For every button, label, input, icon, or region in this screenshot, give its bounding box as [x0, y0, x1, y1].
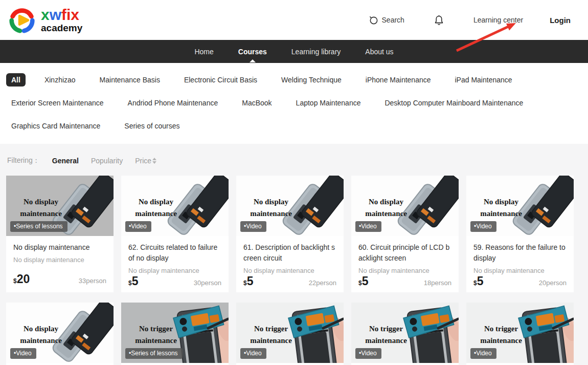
course-card[interactable]: No display maintenance •Video 61. Descri…	[236, 176, 344, 292]
logo-text: xwfix academy	[41, 7, 82, 33]
logo[interactable]: xwfix academy	[7, 5, 82, 35]
course-thumbnail: No display maintenance •Video	[236, 176, 344, 236]
search-label: Search	[382, 16, 404, 24]
tag-iphone-maintenance[interactable]: iPhone Maintenance	[360, 73, 436, 87]
course-card[interactable]: No display maintenance •Video 58. No dis…	[6, 303, 114, 365]
tag-laptop-maintenance[interactable]: Laptop Maintenance	[291, 96, 366, 110]
currency-symbol: $	[473, 280, 477, 287]
course-thumbnail: No display maintenance •Series of lesson…	[6, 176, 114, 236]
nav-item-courses[interactable]: Courses	[237, 41, 268, 62]
course-title: 59. Reasons for the failure to display	[473, 242, 567, 264]
tag-series-of-courses[interactable]: Series of courses	[119, 119, 185, 133]
course-card[interactable]: No display maintenance •Series of lesson…	[6, 176, 114, 292]
thumbnail-caption: No display maintenance	[8, 323, 74, 347]
course-subtitle: No display maintenance	[128, 267, 221, 274]
course-info: 55. Maintenance for no trigger faults 2	[466, 363, 574, 365]
tag-maintenance-basis[interactable]: Maintenance Basis	[95, 73, 165, 87]
tag-all[interactable]: All	[6, 73, 26, 87]
course-section: Filtering： GeneralPopularityPrice No dis…	[0, 144, 588, 365]
course-type-badge: •Video	[240, 348, 266, 359]
search-button[interactable]: Search	[369, 15, 404, 25]
course-thumbnail: No trigger maintenance •Video	[466, 303, 574, 363]
thumbnail-caption: No trigger maintenance	[238, 323, 304, 347]
course-card[interactable]: No display maintenance •Video 59. Reason…	[466, 176, 574, 292]
tag-graphics-card-maintenance[interactable]: Graphics Card Maintenance	[6, 119, 105, 133]
course-thumbnail: No trigger maintenance •Series of lesson…	[121, 303, 229, 363]
price-row: $ 20 33person	[13, 272, 106, 286]
enrolled-count: 20person	[539, 279, 567, 287]
tag-xinzhizao[interactable]: Xinzhizao	[39, 73, 81, 87]
tag-desktop-computer-mainboard-maintenance[interactable]: Desktop Computer Mainboard Maintenance	[379, 96, 528, 110]
thumbnail-caption: No trigger maintenance	[353, 323, 419, 347]
course-type-badge: •Series of lessons	[10, 221, 67, 232]
course-info: 58. No display fault No display maintena…	[6, 363, 114, 365]
course-card[interactable]: No display maintenance •Video 60. Circui…	[351, 176, 459, 292]
sort-price[interactable]: Price	[135, 157, 156, 165]
course-info: No display maintenance No display mainte…	[6, 236, 114, 292]
course-card[interactable]: No trigger maintenance •Video 56. Mainte…	[351, 303, 459, 365]
course-card[interactable]: No display maintenance •Video 62. Circui…	[121, 176, 229, 292]
course-price: 5	[132, 274, 139, 288]
thumbnail-caption: No trigger maintenance	[123, 323, 189, 347]
course-thumbnail: No display maintenance •Video	[466, 176, 574, 236]
notifications-button[interactable]	[434, 15, 444, 26]
course-thumbnail: No display maintenance •Video	[351, 176, 459, 236]
course-title: 60. Circuit principle of LCD backlight s…	[358, 242, 451, 264]
enrolled-count: 22person	[309, 279, 336, 287]
price-row: $ 5 20person	[473, 274, 567, 288]
course-type-badge: •Video	[355, 221, 381, 232]
course-info: 57. Maintenance for no trigger faults 4	[236, 363, 344, 365]
course-info: 56. Maintenance for no trigger faults 3	[351, 363, 459, 365]
course-info: 60. Circuit principle of LCD backlight s…	[351, 236, 459, 292]
course-price: 5	[362, 274, 369, 288]
main-nav: HomeCoursesLearning libraryAbout us	[0, 40, 588, 63]
sort-popularity[interactable]: Popularity	[91, 157, 123, 165]
tag-ipad-maintenance[interactable]: iPad Maintenance	[450, 73, 517, 87]
brand-name: xwfix	[41, 7, 82, 23]
enrolled-count: 30person	[194, 279, 221, 287]
course-type-badge: •Video	[10, 348, 36, 359]
course-title: No display maintenance	[13, 242, 106, 253]
course-card[interactable]: No trigger maintenance •Video 57. Mainte…	[236, 303, 344, 365]
filtering-label: Filtering：	[7, 156, 40, 165]
course-type-badge: •Video	[355, 348, 381, 359]
nav-item-learning-library[interactable]: Learning library	[290, 41, 342, 62]
course-price: 5	[247, 274, 254, 288]
course-type-badge: •Video	[470, 221, 496, 232]
logo-icon	[7, 5, 37, 35]
currency-symbol: $	[13, 277, 17, 285]
course-price: 20	[17, 272, 30, 286]
enrolled-count: 33person	[79, 277, 106, 285]
tag-welding-technique[interactable]: Welding Technique	[276, 73, 347, 87]
currency-symbol: $	[358, 280, 362, 287]
course-type-badge: •Video	[240, 221, 266, 232]
price-sort-arrows-icon	[152, 158, 156, 164]
course-title: 61. Description of backlight screen circ…	[243, 242, 336, 264]
sort-general[interactable]: General	[52, 157, 79, 165]
course-card[interactable]: No trigger maintenance •Video 55. Mainte…	[466, 303, 574, 365]
tag-andriod-phone-maintenance[interactable]: Andriod Phone Maintenance	[123, 96, 223, 110]
tag-electronic-circuit-basis[interactable]: Electronic Circuit Basis	[179, 73, 262, 87]
course-subtitle: No display maintenance	[243, 267, 336, 274]
nav-item-about-us[interactable]: About us	[364, 41, 394, 62]
course-grid: No display maintenance •Series of lesson…	[6, 176, 580, 365]
course-info: 62. Circuits related to failure of no di…	[121, 236, 229, 292]
nav-item-home[interactable]: Home	[193, 41, 214, 62]
login-button[interactable]: Login	[550, 16, 571, 25]
thumbnail-caption: No display maintenance	[238, 196, 304, 220]
course-card[interactable]: No trigger maintenance •Series of lesson…	[121, 303, 229, 365]
currency-symbol: $	[243, 280, 247, 287]
course-thumbnail: No trigger maintenance •Video	[236, 303, 344, 363]
brand-subtitle: academy	[41, 23, 82, 33]
learning-center-link[interactable]: Learning center	[473, 16, 523, 24]
course-type-badge: •Video	[470, 348, 496, 359]
course-thumbnail: No display maintenance •Video	[6, 303, 114, 363]
price-row: $ 5 22person	[243, 274, 336, 288]
tag-macbook[interactable]: MacBook	[237, 96, 277, 110]
course-subtitle: No display maintenance	[473, 267, 567, 274]
category-tags: AllXinzhizaoMaintenance BasisElectronic …	[0, 63, 588, 144]
course-subtitle: No display maintenance	[13, 256, 106, 264]
course-info: No trigger maintenance No trigger mainte…	[121, 363, 229, 365]
tag-exterior-screen-maintenance[interactable]: Exterior Screen Maintenance	[6, 96, 109, 110]
course-info: 59. Reasons for the failure to display N…	[466, 236, 574, 292]
